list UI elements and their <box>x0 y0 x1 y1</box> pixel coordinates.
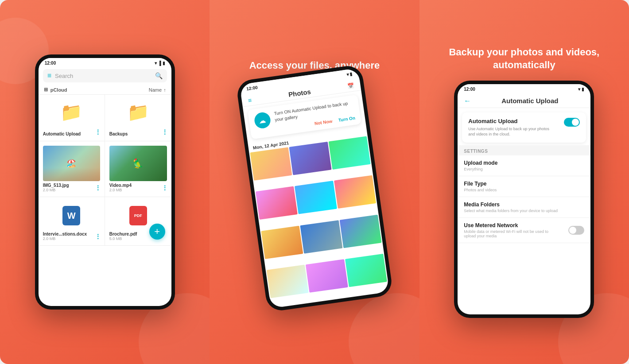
file-cell-img-1[interactable]: 🏖️ IMG_513.jpg 2.0 MB ⋮ <box>39 141 105 197</box>
sort-label: Name <box>149 87 162 93</box>
sort-arrow-icon: ↑ <box>163 87 166 93</box>
settings-section: Settings Upload mode Everything File Typ… <box>458 145 590 243</box>
panel-3: Backup your photos and videos, automatic… <box>419 0 629 364</box>
upload-mode-content: Upload mode Everything <box>464 160 497 171</box>
file-more-2[interactable]: ⋮ <box>162 128 168 136</box>
img-thumb-bird: 🦜 <box>109 146 167 181</box>
media-folders-content: Media Folders Select what media folders … <box>464 201 558 213</box>
metered-network-value: Mobile data or metered Wi-Fi will not be… <box>464 229 552 238</box>
file-name-4: Video.mp4 <box>109 183 132 188</box>
file-type-content: File Type Photos and videos <box>464 181 497 192</box>
files-grid: 📁 Automatic Upload ⋮ 📁 Backups ⋮ <box>39 95 171 246</box>
photo-5[interactable] <box>295 181 337 215</box>
turn-on-button[interactable]: Turn On <box>338 116 355 123</box>
file-name-6: Brochure.pdf <box>109 232 137 236</box>
file-more-1[interactable]: ⋮ <box>95 128 101 136</box>
grid-icon: ⊞ <box>44 87 48 93</box>
phone-mockup-3: 12:00 ▾ ▮ ← Automatic Upload Automatic U… <box>454 81 594 318</box>
phone-screen-2: 12:00 ▾ ▮ ≡ Photos 📅 ☁ <box>240 68 389 309</box>
file-more-4[interactable]: ⋮ <box>162 184 168 191</box>
settings-item-upload-mode[interactable]: Upload mode Everything <box>458 155 590 176</box>
file-cell-pdf[interactable]: PDF Brochure.pdf 5.0 MB <box>105 197 171 246</box>
file-name-5: Intervie...stions.docx <box>43 232 87 236</box>
metered-network-toggle[interactable] <box>568 226 584 235</box>
file-cell-folder-2[interactable]: 📁 Backups ⋮ <box>105 95 171 141</box>
file-name-1: Automatic Upload <box>43 132 81 136</box>
calendar-icon[interactable]: 📅 <box>347 82 355 89</box>
settings-label: Settings <box>458 145 590 155</box>
photo-1[interactable] <box>250 147 292 181</box>
upload-mode-value: Everything <box>464 167 497 171</box>
pdf-text: PDF <box>134 213 142 218</box>
signal-icon: ▐ <box>158 61 161 66</box>
auto-upload-title: Automatic Upload <box>475 97 584 105</box>
photo-9[interactable] <box>339 215 381 248</box>
search-bar[interactable]: ≡ Search 🔍 <box>43 69 167 82</box>
photo-7[interactable] <box>261 225 303 259</box>
file-cell-img-2[interactable]: 🦜 Video.mp4 2.0 MB ⋮ <box>105 141 171 197</box>
upload-card: Automatic Upload Use Automatic Upload to… <box>462 112 586 143</box>
file-toolbar: ⊞ pCloud Name ↑ <box>39 85 171 95</box>
word-icon: W <box>62 206 80 225</box>
cloud-icon: ☁ <box>253 112 272 130</box>
panel-2: Access your files, anywhere 12:00 ▾ ▮ ≡ <box>210 0 419 364</box>
file-more-3[interactable]: ⋮ <box>95 184 101 191</box>
auto-upload-header: ← Automatic Upload <box>458 93 590 108</box>
photo-4[interactable] <box>256 186 298 220</box>
beach-emoji: 🏖️ <box>66 159 76 168</box>
phone-mockup-1: 12:00 ▾ ▐ ▮ ≡ Search 🔍 ⊞ <box>35 54 175 310</box>
banner-content: Turn ON Automatic Upload to back up your… <box>274 100 356 132</box>
back-button[interactable]: ← <box>464 97 471 105</box>
wifi-icon: ▾ <box>155 61 157 66</box>
phone-screen-1: 12:00 ▾ ▐ ▮ ≡ Search 🔍 ⊞ <box>39 58 171 306</box>
not-now-button[interactable]: Not Now <box>314 119 333 126</box>
file-more-5[interactable]: ⋮ <box>95 233 101 240</box>
file-size-6: 5.0 MB <box>109 236 122 241</box>
search-placeholder: Search <box>55 73 151 79</box>
media-folders-title: Media Folders <box>464 201 558 208</box>
file-size-5: 2.0 MB <box>43 236 56 241</box>
settings-item-media-folders[interactable]: Media Folders Select what media folders … <box>458 197 590 218</box>
photo-6[interactable] <box>334 175 376 209</box>
file-cell-word[interactable]: W Intervie...stions.docx 2.0 MB ⋮ <box>39 197 105 246</box>
status-time-1: 12:00 <box>45 61 56 66</box>
status-icons-2: ▾ ▮ <box>346 72 353 77</box>
settings-item-file-type[interactable]: File Type Photos and videos <box>458 176 590 197</box>
file-type-title: File Type <box>464 181 497 187</box>
img-thumb-beach: 🏖️ <box>43 146 100 181</box>
photo-12[interactable] <box>345 254 387 287</box>
photo-8[interactable] <box>300 220 342 254</box>
phone-2-wrapper: 12:00 ▾ ▮ ≡ Photos 📅 ☁ <box>236 64 393 313</box>
pdf-icon: PDF <box>129 206 147 225</box>
settings-item-metered-network[interactable]: Use Metered Network Mobile data or meter… <box>458 218 590 243</box>
toolbar-right[interactable]: Name ↑ <box>149 87 166 93</box>
file-cell-folder-1[interactable]: 📁 Automatic Upload ⋮ <box>39 95 105 141</box>
status-time-2: 12:00 <box>246 85 258 91</box>
metered-network-title: Use Metered Network <box>464 222 552 228</box>
media-folders-value: Select what media folders from your devi… <box>464 209 558 213</box>
folder-icon-2: 📁 <box>127 102 149 123</box>
toolbar-left: ⊞ pCloud <box>44 87 67 93</box>
battery-icon-3: ▮ <box>582 87 584 92</box>
search-icon[interactable]: 🔍 <box>155 72 163 79</box>
file-size-4: 2.0 MB <box>109 188 122 192</box>
menu-icon[interactable]: ≡ <box>47 72 51 80</box>
status-bar-3: 12:00 ▾ ▮ <box>458 84 590 93</box>
status-icons-1: ▾ ▐ ▮ <box>155 61 165 66</box>
phone-screen-3: 12:00 ▾ ▮ ← Automatic Upload Automatic U… <box>458 84 590 314</box>
photo-2[interactable] <box>289 142 331 175</box>
status-time-3: 12:00 <box>464 87 475 92</box>
metered-network-content: Use Metered Network Mobile data or meter… <box>464 222 552 238</box>
photo-10[interactable] <box>267 265 309 298</box>
battery-icon: ▮ <box>163 61 165 66</box>
phone-mockup-2: 12:00 ▾ ▮ ≡ Photos 📅 ☁ <box>236 64 393 313</box>
photo-3[interactable] <box>328 136 370 170</box>
photo-11[interactable] <box>306 259 348 293</box>
upload-card-text: Automatic Upload Use Automatic Upload to… <box>468 118 557 137</box>
fab-button[interactable]: + <box>149 224 165 240</box>
file-size-3: 2.0 MB <box>43 188 56 192</box>
auto-upload-toggle[interactable] <box>564 118 580 127</box>
toggle-thumb <box>572 119 579 126</box>
folder-icon-1: 📁 <box>60 102 82 123</box>
file-type-value: Photos and videos <box>464 188 497 192</box>
